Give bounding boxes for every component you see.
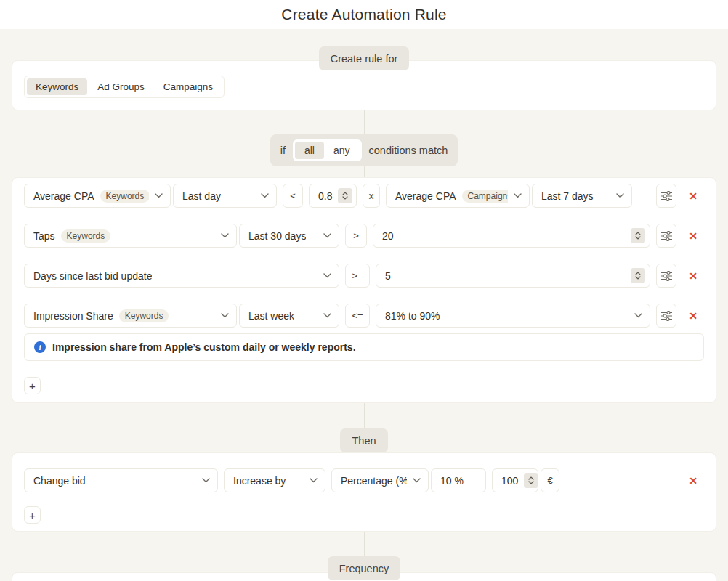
add-condition-button[interactable]: + — [24, 377, 41, 394]
stepper-control[interactable] — [631, 228, 645, 243]
create-rule-for-badge: Create rule for — [319, 46, 410, 70]
page-header: Create Automation Rule — [0, 0, 728, 29]
row-settings-button[interactable] — [656, 224, 676, 248]
period-select[interactable]: Last day — [173, 184, 277, 208]
chevron-down-icon — [202, 478, 210, 483]
connector-line — [364, 532, 365, 556]
info-icon: i — [34, 341, 46, 353]
value-select[interactable]: 81% to 90% — [376, 304, 650, 328]
add-action-button[interactable]: + — [24, 506, 41, 524]
value-text: 20 — [382, 230, 394, 242]
stepper-down-icon — [528, 481, 534, 484]
scope-chip: Keywords — [100, 190, 149, 203]
chevron-down-icon — [221, 233, 229, 238]
chevron-down-icon — [323, 273, 331, 278]
condition-row: Average CPA Keywords Last day < 0.8 x — [24, 184, 704, 208]
chevron-down-icon — [155, 193, 163, 198]
page-title: Create Automation Rule — [281, 6, 446, 23]
chevron-down-icon — [616, 193, 624, 198]
period-select[interactable]: Last week — [239, 304, 339, 328]
currency-box: € — [541, 468, 559, 492]
compare-period-label: Last 7 days — [541, 190, 594, 202]
stepper-up-icon — [528, 476, 534, 480]
scope-chip: Campaigns — [462, 190, 508, 203]
metric-label: Average CPA — [33, 190, 94, 202]
value-text: 5 — [385, 270, 391, 282]
value-input[interactable]: 20 — [373, 224, 650, 248]
remove-action-button[interactable]: ✕ — [682, 468, 704, 492]
cap-text: 100 — [501, 475, 518, 487]
remove-row-button[interactable]: ✕ — [682, 224, 704, 248]
value-text: 0.8 — [318, 190, 332, 202]
match-suffix-label: conditions match — [369, 145, 448, 156]
action-type-label: Change bid — [33, 475, 86, 487]
chevron-down-icon — [221, 313, 229, 318]
match-any-option[interactable]: any — [324, 142, 360, 159]
metric-select[interactable]: Taps Keywords — [24, 224, 237, 248]
compare-metric-select[interactable]: Average CPA Campaigns — [386, 184, 530, 208]
conditions-card: Average CPA Keywords Last day < 0.8 x — [12, 177, 716, 403]
metric-select[interactable]: Days since last bid update — [24, 264, 339, 288]
stepper-up-icon — [342, 192, 348, 195]
compare-period-select[interactable]: Last 7 days — [532, 184, 632, 208]
remove-row-button[interactable]: ✕ — [682, 304, 704, 328]
chevron-down-icon — [634, 313, 642, 318]
row-settings-button[interactable] — [656, 304, 676, 328]
match-all-option[interactable]: all — [295, 142, 324, 159]
direction-label: Increase by — [233, 475, 286, 487]
match-prefix-label: if — [280, 145, 286, 156]
action-type-select[interactable]: Change bid — [24, 468, 218, 492]
tab-campaigns[interactable]: Campaigns — [155, 78, 222, 95]
connector-line — [364, 166, 365, 177]
match-mode-bar: if all any conditions match — [270, 134, 458, 166]
value-input[interactable]: 0.8 — [309, 184, 357, 208]
compare-metric-label: Average CPA — [395, 190, 456, 202]
row-settings-button[interactable] — [656, 184, 676, 208]
amount-input[interactable]: 10 % — [431, 468, 486, 492]
remove-row-button[interactable]: ✕ — [682, 184, 704, 208]
stepper-control[interactable] — [338, 188, 352, 203]
sliders-icon — [661, 191, 672, 201]
chevron-down-icon — [323, 233, 331, 238]
sliders-icon — [661, 231, 672, 241]
operator-box[interactable]: >= — [345, 264, 370, 288]
action-row: Change bid Increase by Percentage (%) 10… — [24, 468, 704, 492]
chevron-down-icon — [310, 478, 318, 483]
compare-group: Average CPA Campaigns Last 7 days — [386, 184, 632, 208]
stepper-control[interactable] — [524, 473, 538, 488]
cap-group: 100 € — [492, 468, 559, 492]
multiplier-box: x — [363, 184, 380, 208]
chevron-down-icon — [323, 313, 331, 318]
stepper-down-icon — [635, 276, 641, 280]
period-label: Last 30 days — [248, 230, 306, 242]
metric-select[interactable]: Average CPA Keywords — [24, 184, 171, 208]
connector-line — [364, 110, 365, 134]
direction-select[interactable]: Increase by — [224, 468, 325, 492]
remove-row-button[interactable]: ✕ — [682, 264, 704, 288]
then-badge: Then — [340, 428, 387, 452]
tab-keywords[interactable]: Keywords — [27, 78, 87, 95]
stepper-control[interactable] — [631, 268, 645, 283]
unit-select[interactable]: Percentage (%) — [331, 468, 429, 492]
condition-row: Impression Share Keywords Last week <= 8… — [24, 304, 704, 328]
metric-select[interactable]: Impression Share Keywords — [24, 304, 237, 328]
stepper-up-icon — [635, 272, 641, 275]
period-select[interactable]: Last 30 days — [239, 224, 339, 248]
scope-chip: Keywords — [119, 309, 169, 322]
unit-amount-group: Percentage (%) 10 % — [331, 468, 486, 492]
value-input[interactable]: 5 — [376, 264, 650, 288]
entity-tabs: Keywords Ad Groups Campaigns — [24, 76, 225, 98]
tab-ad-groups[interactable]: Ad Groups — [89, 78, 153, 95]
chevron-down-icon — [261, 193, 269, 198]
connector-line — [364, 403, 365, 428]
amount-text: 10 % — [440, 475, 464, 487]
metric-label: Impression Share — [33, 310, 113, 322]
operator-box[interactable]: > — [345, 224, 367, 248]
period-label: Last day — [182, 190, 221, 202]
row-settings-button[interactable] — [656, 264, 676, 288]
stepper-down-icon — [635, 236, 641, 240]
operator-box[interactable]: <= — [345, 304, 370, 328]
cap-input[interactable]: 100 — [492, 468, 538, 492]
operator-box[interactable]: < — [283, 184, 303, 208]
scope-chip: Keywords — [61, 229, 111, 243]
